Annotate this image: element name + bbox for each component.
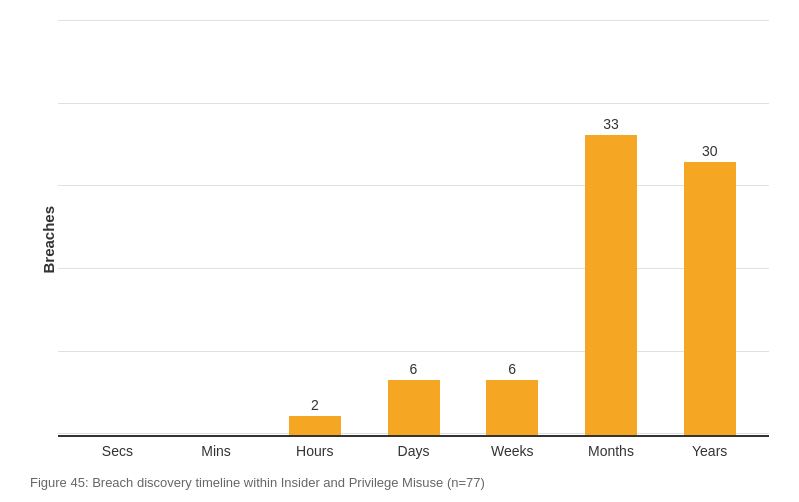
bar-group-years: 30 [660,20,759,435]
caption: Figure 45: Breach discovery timeline wit… [30,473,769,493]
x-label-days: Days [364,443,463,459]
bar-days [388,380,440,435]
bar-group-hours: 2 [265,20,364,435]
grid-and-bars: 2663330 [58,20,769,435]
bar-years [684,162,736,435]
bar-months [585,135,637,435]
x-label-years: Years [660,443,759,459]
chart-area: Breaches 2663330 SecsMinsHoursDaysWeeksM… [30,20,769,459]
y-axis-label: Breaches [30,20,58,459]
bar-value-months: 33 [603,116,619,132]
bar-group-secs [68,20,167,435]
chart-container: Breaches 2663330 SecsMinsHoursDaysWeeksM… [30,20,769,492]
x-label-weeks: Weeks [463,443,562,459]
x-label-secs: Secs [68,443,167,459]
bar-group-days: 6 [364,20,463,435]
bar-value-hours: 2 [311,397,319,413]
bar-value-days: 6 [410,361,418,377]
bar-group-months: 33 [562,20,661,435]
bar-group-weeks: 6 [463,20,562,435]
x-labels: SecsMinsHoursDaysWeeksMonthsYears [58,437,769,459]
x-label-mins: Mins [167,443,266,459]
bar-value-years: 30 [702,143,718,159]
bar-group-mins [167,20,266,435]
bar-hours [289,416,341,434]
chart-inner: 2663330 SecsMinsHoursDaysWeeksMonthsYear… [58,20,769,459]
x-label-months: Months [562,443,661,459]
x-label-hours: Hours [265,443,364,459]
bars-row: 2663330 [58,20,769,435]
bar-weeks [486,380,538,435]
bar-value-weeks: 6 [508,361,516,377]
